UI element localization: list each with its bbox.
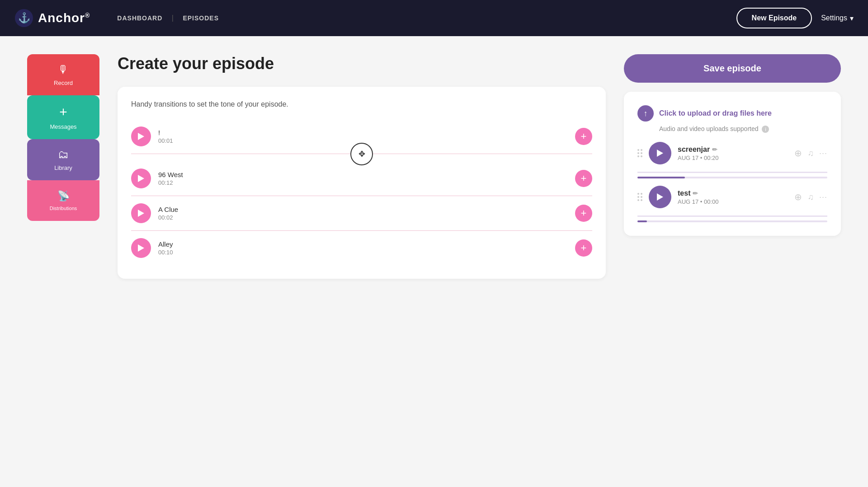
more-menu-icon-ep2[interactable]: ···	[819, 192, 827, 202]
progress-fill-ep2	[637, 220, 647, 222]
main-content: 🎙 Record + Messages 🗂 Library 📡 Distribu…	[0, 36, 868, 297]
app-header: ⚓ Anchor® DASHBOARD | EPISODES New Episo…	[0, 0, 868, 36]
ep1-actions: ⊕ ♫ ···	[794, 148, 827, 159]
ep1-meta: AUG 17 • 00:20	[678, 155, 788, 161]
play-button-ep2[interactable]	[649, 186, 671, 208]
sidebar-messages-label: Messages	[50, 123, 76, 130]
track-name-4: Alley	[158, 240, 575, 248]
play-icon	[138, 244, 144, 252]
microphone-icon: 🎙	[58, 63, 69, 76]
music-icon-ep1[interactable]: ♫	[807, 149, 814, 158]
svg-marker-5	[138, 244, 144, 252]
upload-arrow-icon: ↑	[637, 105, 654, 122]
upload-sub-text: Audio and video uploads supported i	[659, 125, 827, 133]
svg-text:⚓: ⚓	[18, 12, 31, 24]
ep2-meta: AUG 17 • 00:00	[678, 198, 788, 205]
add-button-track2[interactable]: +	[575, 170, 592, 187]
drag-handle-ep2[interactable]	[637, 193, 642, 201]
drag-handle-ep1[interactable]	[637, 149, 642, 157]
music-icon-ep2[interactable]: ♫	[807, 192, 814, 202]
logo-area: ⚓ Anchor®	[14, 9, 90, 28]
upload-main-text[interactable]: Click to upload or drag files here	[659, 109, 772, 117]
play-button-track1[interactable]	[131, 126, 151, 146]
episode-list: screenjar ✏ AUG 17 • 00:20 ⊕ ♫ ···	[637, 142, 827, 222]
play-icon	[657, 150, 663, 157]
ep2-actions: ⊕ ♫ ···	[794, 192, 827, 202]
progress-bar-ep1	[637, 177, 827, 178]
svg-marker-4	[138, 210, 144, 217]
chevron-down-icon: ▾	[850, 14, 854, 23]
edit-icon-ep2[interactable]: ✏	[693, 190, 698, 197]
track-name-3: A Clue	[158, 206, 575, 213]
play-button-track4[interactable]	[131, 238, 151, 258]
ep2-name: test ✏	[678, 189, 788, 197]
svg-marker-2	[138, 133, 144, 140]
upload-area[interactable]: ↑ Click to upload or drag files here Aud…	[624, 92, 841, 236]
play-icon	[657, 193, 663, 201]
page-title: Create your episode	[118, 54, 606, 73]
track-duration-3: 00:02	[158, 214, 575, 221]
episode-item-1-content: screenjar ✏ AUG 17 • 00:20 ⊕ ♫ ···	[637, 142, 827, 173]
transitions-hint: Handy transitions to set the tone of you…	[131, 100, 592, 108]
ep2-info: test ✏ AUG 17 • 00:00	[678, 189, 788, 205]
sidebar-item-messages[interactable]: + Messages	[27, 95, 99, 139]
logo-text: Anchor®	[38, 11, 90, 25]
episode-item-2-content: test ✏ AUG 17 • 00:00 ⊕ ♫ ···	[637, 186, 827, 217]
play-icon	[138, 133, 144, 140]
ep1-info: screenjar ✏ AUG 17 • 00:20	[678, 145, 788, 161]
sidebar-item-distributions[interactable]: 📡 Distributions	[27, 180, 99, 221]
edit-icon-ep1[interactable]: ✏	[712, 146, 717, 153]
nav-dashboard[interactable]: DASHBOARD	[117, 14, 162, 22]
add-music-icon-ep1[interactable]: ⊕	[794, 148, 802, 159]
play-button-ep1[interactable]	[649, 142, 671, 164]
drag-handle-icon[interactable]: ✥	[350, 143, 373, 165]
track-name-1: !	[158, 129, 575, 136]
track-item-4: Alley 00:10 +	[131, 231, 592, 265]
upload-cta: ↑ Click to upload or drag files here	[637, 105, 827, 122]
sidebar-distributions-label: Distributions	[50, 206, 77, 211]
play-button-track2[interactable]	[131, 169, 151, 188]
add-button-track1[interactable]: +	[575, 128, 592, 145]
header-right: New Episode Settings ▾	[736, 8, 854, 28]
main-nav: DASHBOARD | EPISODES	[117, 14, 219, 22]
save-episode-button[interactable]: Save episode	[624, 54, 841, 83]
sidebar-library-label: Library	[54, 164, 72, 171]
track-info-4: Alley 00:10	[158, 240, 575, 256]
anchor-logo-icon: ⚓	[14, 9, 33, 28]
info-icon[interactable]: i	[762, 126, 769, 133]
folder-icon: 🗂	[58, 148, 69, 161]
sidebar: 🎙 Record + Messages 🗂 Library 📡 Distribu…	[27, 54, 99, 279]
svg-marker-6	[657, 150, 663, 157]
sidebar-record-label: Record	[54, 80, 73, 86]
track-info-2: 96 West 00:12	[158, 171, 575, 186]
track-name-2: 96 West	[158, 171, 575, 178]
track-duration-2: 00:12	[158, 179, 575, 186]
settings-button[interactable]: Settings ▾	[821, 14, 854, 23]
distributions-icon: 📡	[57, 190, 70, 202]
track-duration-4: 00:10	[158, 249, 575, 256]
episode-item-2: test ✏ AUG 17 • 00:00 ⊕ ♫ ···	[637, 186, 827, 222]
track-info-3: A Clue 00:02	[158, 206, 575, 221]
more-menu-icon-ep1[interactable]: ···	[819, 149, 827, 158]
progress-bar-ep2	[637, 220, 827, 222]
track-item-2: 96 West 00:12 +	[131, 161, 592, 196]
add-music-icon-ep2[interactable]: ⊕	[794, 192, 802, 202]
plus-icon: +	[59, 104, 67, 120]
play-icon	[138, 175, 144, 182]
progress-fill-ep1	[637, 177, 685, 178]
track-duration-1: 00:01	[158, 137, 575, 144]
play-icon	[138, 210, 144, 217]
center-content: Create your episode Handy transitions to…	[118, 54, 606, 279]
episode-item-1: screenjar ✏ AUG 17 • 00:20 ⊕ ♫ ···	[637, 142, 827, 178]
sidebar-item-record[interactable]: 🎙 Record	[27, 54, 99, 95]
sidebar-item-library[interactable]: 🗂 Library	[27, 139, 99, 180]
play-button-track3[interactable]	[131, 203, 151, 223]
transitions-card: Handy transitions to set the tone of you…	[118, 87, 606, 279]
add-button-track3[interactable]: +	[575, 205, 592, 222]
add-button-track4[interactable]: +	[575, 239, 592, 257]
svg-marker-3	[138, 175, 144, 182]
nav-episodes[interactable]: EPISODES	[183, 14, 219, 22]
ep1-name: screenjar ✏	[678, 145, 788, 154]
track-item-3: A Clue 00:02 +	[131, 196, 592, 231]
new-episode-button[interactable]: New Episode	[736, 8, 812, 28]
